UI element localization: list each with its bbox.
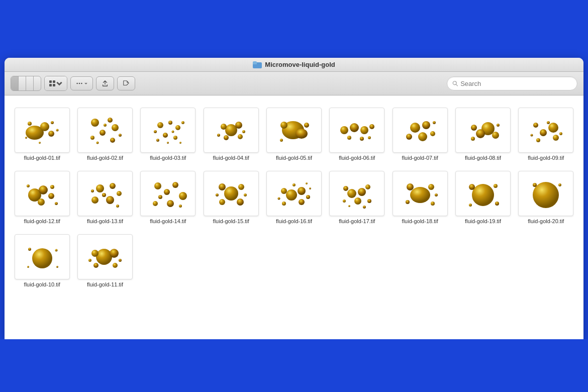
file-name: fluid-gold-02.tif [87,155,123,161]
svg-point-158 [96,249,112,265]
file-name: fluid-gold-01.tif [24,155,60,161]
svg-point-40 [157,122,163,128]
svg-point-163 [119,259,122,262]
svg-point-144 [435,193,438,197]
svg-point-148 [495,202,499,206]
icon-size-button[interactable] [45,76,67,90]
file-thumbnail [204,171,259,216]
tag-button[interactable] [117,76,135,90]
svg-point-98 [110,183,116,189]
svg-point-77 [476,129,485,138]
svg-rect-16 [53,84,55,86]
svg-point-95 [55,202,58,205]
top-bar [0,0,588,58]
file-name: fluid-gold-15.tif [213,218,249,224]
file-name: fluid-gold-10.tif [24,281,60,287]
file-name: fluid-gold-14.tif [150,218,186,224]
folder-icon [253,61,262,68]
file-name: fluid-gold-07.tif [402,155,438,161]
svg-point-121 [298,187,306,195]
file-item[interactable]: fluid-gold-15.tif [202,167,260,226]
file-item[interactable]: fluid-gold-04.tif [202,104,260,163]
share-button[interactable] [96,76,114,90]
svg-point-49 [167,142,169,144]
svg-point-91 [39,185,48,194]
file-name: fluid-gold-16.tif [276,218,312,224]
file-item[interactable]: fluid-gold-20.tif [517,167,575,226]
svg-point-37 [104,124,107,127]
svg-point-48 [179,142,181,144]
file-thumbnail [77,108,133,153]
file-name: fluid-gold-17.tif [339,218,375,224]
file-item[interactable]: fluid-gold-02.tif [75,104,134,163]
file-item[interactable]: fluid-gold-05.tif [264,104,323,163]
file-item[interactable]: fluid-gold-12.tif [13,167,71,226]
svg-point-73 [406,134,412,140]
file-item[interactable]: fluid-gold-17.tif [328,167,386,226]
file-item[interactable]: fluid-gold-03.tif [139,104,198,163]
svg-point-162 [113,263,118,268]
svg-point-70 [410,123,420,133]
file-item[interactable]: fluid-gold-13.tif [75,167,134,226]
svg-point-129 [309,187,311,189]
svg-point-53 [221,124,227,130]
svg-point-25 [48,131,54,137]
svg-point-52 [235,122,242,129]
svg-point-41 [168,121,172,125]
file-item[interactable]: fluid-gold-08.tif [453,104,512,163]
action-button[interactable] [70,76,93,90]
svg-point-136 [343,200,346,203]
list-view-button[interactable] [19,76,26,90]
file-thumbnail [518,108,573,153]
search-input[interactable] [460,80,572,87]
svg-point-145 [472,184,494,206]
file-item[interactable]: fluid-gold-10.tif [13,230,71,289]
search-box[interactable] [447,76,577,90]
svg-point-31 [91,119,99,127]
svg-point-54 [224,135,229,140]
files-area: fluid-gold-01.tif fluid-gold-02.tif flui… [5,95,583,339]
svg-point-110 [164,189,170,195]
file-name: fluid-gold-04.tif [213,155,249,161]
svg-line-22 [456,84,457,85]
svg-point-150 [533,182,559,208]
search-icon [452,80,458,87]
svg-point-106 [172,182,178,188]
window-title: Micromove-liquid-gold [265,61,335,68]
icon-view-button[interactable] [11,76,19,90]
svg-point-80 [471,137,475,141]
file-thumbnail [266,171,322,216]
file-item[interactable]: fluid-gold-09.tif [517,104,575,163]
svg-point-69 [368,136,371,139]
file-item[interactable]: fluid-gold-01.tif [13,104,71,163]
file-name: fluid-gold-19.tif [465,218,501,224]
svg-point-79 [471,125,477,131]
svg-point-97 [96,184,104,192]
file-item[interactable]: fluid-gold-14.tif [139,167,198,226]
svg-point-68 [360,137,364,141]
view-button-group [11,76,41,91]
file-thumbnail [77,234,133,279]
file-item[interactable]: fluid-gold-16.tif [264,167,323,226]
file-item[interactable]: fluid-gold-19.tif [453,167,512,226]
svg-point-61 [304,123,309,128]
svg-point-159 [110,249,119,258]
file-item[interactable]: fluid-gold-18.tif [390,167,449,226]
file-item[interactable]: fluid-gold-06.tif [328,104,386,163]
svg-point-60 [280,122,287,129]
svg-point-113 [224,186,238,201]
file-thumbnail [140,171,195,216]
svg-point-55 [238,134,243,139]
svg-point-157 [27,266,29,268]
svg-point-103 [116,205,119,208]
file-item[interactable]: fluid-gold-11.tif [75,230,134,289]
svg-point-33 [112,124,119,131]
file-name: fluid-gold-08.tif [465,155,501,161]
cover-flow-button[interactable] [34,76,41,90]
svg-point-153 [32,248,52,268]
folder-title-group: Micromove-liquid-gold [253,61,335,68]
column-view-button[interactable] [26,76,34,90]
svg-point-19 [81,83,82,84]
svg-point-56 [217,134,220,137]
file-item[interactable]: fluid-gold-07.tif [390,104,449,163]
